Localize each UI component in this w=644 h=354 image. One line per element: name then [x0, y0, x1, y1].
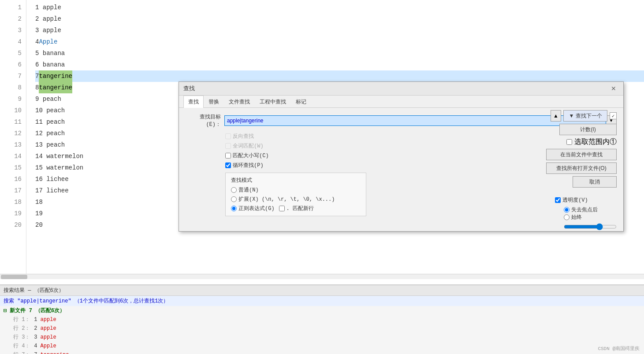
bottom-panel-header: 搜索结果 — （匹配6次） — [0, 285, 644, 296]
tab-project-find[interactable]: 工程中查找 — [255, 96, 291, 108]
mode-options: 普通(N) 扩展(X) (\n, \r, \t, \0, \x...) 正则表达… — [231, 186, 361, 212]
code-line-6: 6 banana — [35, 59, 644, 70]
transparency-slider[interactable] — [564, 223, 617, 230]
line-numbers: 1 2 3 4 5 6 7 8 9 10 11 12 13 14 15 16 1… — [0, 0, 26, 277]
tab-replace[interactable]: 替换 — [204, 96, 224, 108]
file-group-label: ⊟ — [4, 308, 10, 314]
search-label: 查找目标(E)： — [186, 113, 221, 128]
option-whole-word[interactable]: 全词匹配(W) — [225, 142, 269, 150]
result-line-2[interactable]: 行 2： 2 apple — [0, 324, 644, 333]
count-button[interactable]: 计数(I) — [559, 124, 617, 135]
result-line-7[interactable]: 行 7： 7 tangerine — [0, 350, 644, 354]
code-line-3: 3 apple — [35, 25, 644, 36]
options-left: 反向查找 全词匹配(W) 匹配大小写(C) 循环查找(P) — [225, 133, 269, 169]
find-next-row: ▲ ▼ 查找下一个 — [551, 110, 617, 122]
transparency-on-focus[interactable]: 失去焦点后 — [564, 206, 617, 214]
transparency-options: 失去焦点后 始终 — [564, 206, 617, 232]
search-results-header-text: 搜索结果 — （匹配6次） — [4, 288, 64, 294]
find-buttons-right: ▲ ▼ 查找下一个 计数(I) 选取范围内① 在当前文件中查找 查找所有打开文件… — [546, 110, 617, 232]
cancel-button[interactable]: 取消 — [573, 176, 617, 188]
find-dialog: 查找 ✕ 查找 替换 文件查找 工程中查找 标记 查找目标(E)： ▼ 反向查找… — [179, 81, 624, 232]
result-line-3[interactable]: 行 3： 3 apple — [0, 333, 644, 342]
option-wrap[interactable]: 循环查找(P) — [225, 162, 269, 169]
code-line-4: 4 Apple — [35, 36, 644, 48]
mode-regex[interactable]: 正则表达式(G) — [231, 205, 275, 212]
tab-mark[interactable]: 标记 — [291, 96, 311, 108]
option-dot-newline[interactable]: . 匹配新行 — [279, 205, 314, 212]
mode-group: 查找模式 普通(N) 扩展(X) (\n, \r, \t, \0, \x...)… — [225, 173, 366, 216]
file-group-name: 新文件 7 （匹配6次） — [10, 308, 65, 314]
code-line-7: 7 tangerine — [35, 70, 644, 82]
result-line-4[interactable]: 行 4： 4 Apple — [0, 342, 644, 350]
transparency-always[interactable]: 始终 — [564, 214, 617, 221]
mode-extended[interactable]: 扩展(X) (\n, \r, \t, \0, \x...) — [231, 195, 361, 203]
find-in-current-button[interactable]: 在当前文件中查找 — [546, 149, 617, 160]
mode-group-label: 查找模式 — [231, 177, 361, 184]
find-all-open-button[interactable]: 查找所有打开文件(O) — [546, 162, 617, 174]
code-line-5: 5 banana — [35, 48, 644, 59]
find-dialog-title: 查找 — [183, 85, 195, 92]
bottom-panel: 搜索结果 — （匹配6次） 搜索 "apple|tangerine" （1个文件… — [0, 284, 644, 354]
tab-find[interactable]: 查找 — [183, 96, 204, 108]
scrollbar-thumb[interactable] — [1, 275, 27, 279]
find-dialog-tabs: 查找 替换 文件查找 工程中查找 标记 — [179, 96, 623, 108]
option-reverse[interactable]: 反向查找 — [225, 133, 269, 140]
transparency-section: 透明度(V) 失去焦点后 始终 — [555, 196, 617, 232]
find-next-checkbox[interactable] — [610, 112, 617, 119]
csdn-watermark: CSDN @南国樗里疾 — [598, 345, 640, 352]
find-dialog-titlebar: 查找 ✕ — [179, 82, 623, 96]
mode-normal[interactable]: 普通(N) — [231, 186, 361, 194]
code-line-2: 2 apple — [35, 13, 644, 25]
option-match-case[interactable]: 匹配大小写(C) — [225, 152, 269, 159]
result-line-1[interactable]: 行 1： 1 apple — [0, 315, 644, 324]
file-group: ⊟ 新文件 7 （匹配6次） — [0, 306, 644, 315]
tab-file-find[interactable]: 文件查找 — [224, 96, 255, 108]
code-line-1: 1 apple — [35, 2, 644, 13]
horizontal-scrollbar[interactable] — [0, 274, 644, 279]
search-query-info: 搜索 "apple|tangerine" （1个文件中匹配到6次，总计查找1次） — [4, 298, 168, 304]
select-range-checkbox[interactable] — [566, 139, 572, 145]
select-range-row: 选取范围内① — [566, 137, 617, 147]
find-dialog-body: 查找目标(E)： ▼ 反向查找 全词匹配(W) 匹配大小写(C) 循环查找(P) — [179, 108, 623, 231]
transparency-label[interactable]: 透明度(V) — [555, 196, 617, 204]
find-next-button[interactable]: ▼ 查找下一个 — [563, 110, 607, 122]
mode-regex-row: 正则表达式(G) . 匹配新行 — [231, 205, 361, 212]
search-results-info: 搜索 "apple|tangerine" （1个文件中匹配到6次，总计查找1次） — [0, 296, 644, 306]
select-range-label: 选取范围内① — [574, 137, 617, 147]
find-dialog-close-button[interactable]: ✕ — [608, 84, 619, 93]
find-previous-button[interactable]: ▲ — [551, 110, 561, 122]
